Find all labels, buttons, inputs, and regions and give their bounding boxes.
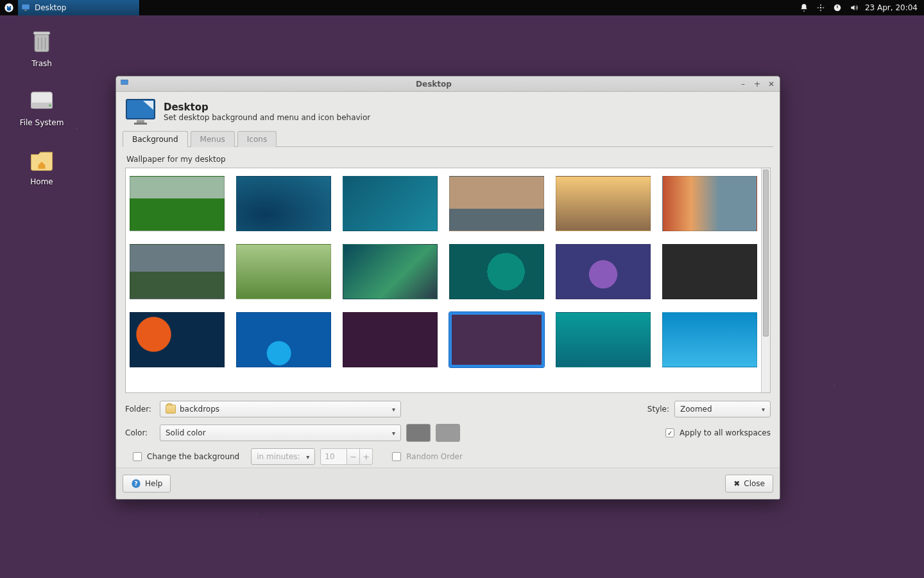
apply-all-workspaces-label: Apply to all workspaces — [680, 428, 771, 437]
dialog-footer: ? Help ✖ Close — [116, 468, 780, 499]
wallpaper-thumb[interactable] — [236, 176, 331, 231]
close-button-label: Close — [744, 479, 765, 488]
tab-bar: Background Menus Icons — [116, 131, 780, 147]
svg-rect-16 — [121, 80, 128, 84]
change-background-label: Change the background — [147, 452, 239, 461]
wallpaper-thumb[interactable] — [343, 176, 438, 231]
dialog-header: Desktop Set desktop background and menu … — [116, 92, 780, 130]
wallpaper-thumb[interactable] — [343, 244, 438, 299]
desktop-icon-trash[interactable]: Trash — [13, 26, 71, 68]
desktop-icon-filesystem[interactable]: File System — [13, 85, 71, 127]
wallpaper-thumb[interactable] — [449, 244, 544, 299]
folder-select[interactable]: backdrops ▾ — [160, 401, 401, 417]
chevron-down-icon: ▾ — [762, 406, 765, 413]
taskbar-item-desktop[interactable]: Desktop — [18, 0, 140, 15]
chevron-down-icon: ▾ — [392, 406, 395, 413]
taskbar-item-label: Desktop — [35, 3, 67, 12]
wallpaper-thumb[interactable] — [556, 312, 651, 367]
section-label: Wallpaper for my desktop — [125, 155, 771, 164]
svg-point-3 — [7, 7, 12, 10]
wallpaper-thumb[interactable] — [662, 312, 757, 367]
close-icon: ✖ — [733, 479, 740, 488]
wallpaper-thumb[interactable] — [130, 312, 225, 367]
color-swatch-secondary[interactable] — [436, 424, 460, 442]
gallery-scrollbar[interactable] — [761, 168, 770, 392]
wallpaper-thumb[interactable] — [236, 244, 331, 299]
home-folder-icon — [26, 144, 57, 175]
controls: Folder: backdrops ▾ Style: Zoomed ▾ Colo… — [125, 393, 771, 465]
random-order-label: Random Order — [406, 452, 463, 461]
minimize-button[interactable]: – — [739, 80, 748, 89]
change-interval-stepper: −+ — [320, 448, 373, 465]
desktop-icon-label: Home — [30, 177, 53, 186]
clock[interactable]: 23 Apr, 20:04 — [865, 3, 924, 12]
system-tray — [793, 3, 865, 12]
wallpaper-gallery-container — [125, 168, 771, 393]
desktop-settings-window: Desktop – + ✕ Desktop Set desktop backgr… — [116, 76, 780, 500]
style-label: Style: — [647, 405, 669, 414]
folder-label: Folder: — [125, 405, 155, 414]
dialog-title: Desktop — [164, 101, 370, 113]
help-button[interactable]: ? Help — [123, 475, 171, 493]
color-mode-value: Solid color — [166, 428, 206, 437]
drive-icon — [26, 85, 57, 116]
chevron-down-icon: ▾ — [306, 453, 309, 460]
svg-rect-5 — [24, 10, 27, 10]
apply-all-workspaces-checkbox[interactable] — [665, 428, 674, 437]
close-button[interactable]: ✖ Close — [725, 475, 773, 493]
svg-rect-4 — [22, 4, 30, 10]
power-icon[interactable] — [833, 3, 842, 12]
wallpaper-thumb[interactable] — [662, 176, 757, 231]
titlebar[interactable]: Desktop – + ✕ — [116, 76, 780, 92]
whisker-menu-button[interactable] — [0, 0, 18, 15]
desktop-icon-home[interactable]: Home — [13, 144, 71, 186]
color-swatch-primary[interactable] — [406, 424, 431, 442]
help-icon: ? — [131, 478, 141, 489]
scrollbar-handle[interactable] — [763, 170, 769, 337]
style-value: Zoomed — [680, 405, 712, 414]
style-select[interactable]: Zoomed ▾ — [674, 401, 771, 417]
dialog-subtitle: Set desktop background and menu and icon… — [164, 113, 370, 122]
svg-text:?: ? — [134, 480, 137, 487]
change-interval-input — [320, 448, 347, 465]
change-background-checkbox[interactable] — [133, 452, 142, 461]
network-icon[interactable] — [816, 3, 825, 12]
folder-value: backdrops — [180, 405, 219, 414]
wallpaper-thumb[interactable] — [662, 244, 757, 299]
window-icon — [120, 78, 129, 89]
mouse-logo-icon — [4, 3, 14, 13]
maximize-button[interactable]: + — [753, 80, 762, 89]
top-panel: Desktop 23 Apr, 20:04 — [0, 0, 924, 15]
svg-point-6 — [820, 7, 821, 8]
wallpaper-thumb[interactable] — [236, 312, 331, 367]
wallpaper-thumb[interactable] — [449, 176, 544, 231]
change-unit-select: in minutes: ▾ — [251, 448, 315, 465]
svg-rect-9 — [33, 31, 50, 35]
wallpaper-thumb-selected[interactable] — [449, 312, 544, 367]
tab-icons[interactable]: Icons — [237, 131, 277, 147]
svg-rect-20 — [134, 123, 147, 125]
wallpaper-thumb[interactable] — [556, 244, 651, 299]
wallpaper-thumb[interactable] — [130, 244, 225, 299]
change-unit-value: in minutes: — [257, 452, 300, 461]
window-title: Desktop — [129, 80, 739, 89]
wallpaper-thumb[interactable] — [343, 312, 438, 367]
color-mode-select[interactable]: Solid color ▾ — [160, 425, 401, 441]
desktop-icons: Trash File System Home — [13, 26, 71, 186]
stepper-minus: − — [347, 448, 360, 465]
tab-background[interactable]: Background — [123, 131, 188, 147]
wallpaper-gallery[interactable] — [126, 168, 761, 392]
tab-menus[interactable]: Menus — [191, 131, 235, 147]
chevron-down-icon: ▾ — [392, 430, 395, 437]
trash-icon — [26, 26, 57, 57]
volume-icon[interactable] — [850, 3, 859, 12]
folder-icon — [166, 405, 176, 414]
random-order-checkbox — [392, 452, 401, 461]
notification-icon[interactable] — [800, 3, 809, 12]
wallpaper-thumb[interactable] — [130, 176, 225, 231]
svg-rect-19 — [137, 120, 144, 123]
color-label: Color: — [125, 428, 155, 437]
close-window-button[interactable]: ✕ — [767, 80, 776, 89]
wallpaper-thumb[interactable] — [556, 176, 651, 231]
monitor-icon — [21, 3, 31, 13]
